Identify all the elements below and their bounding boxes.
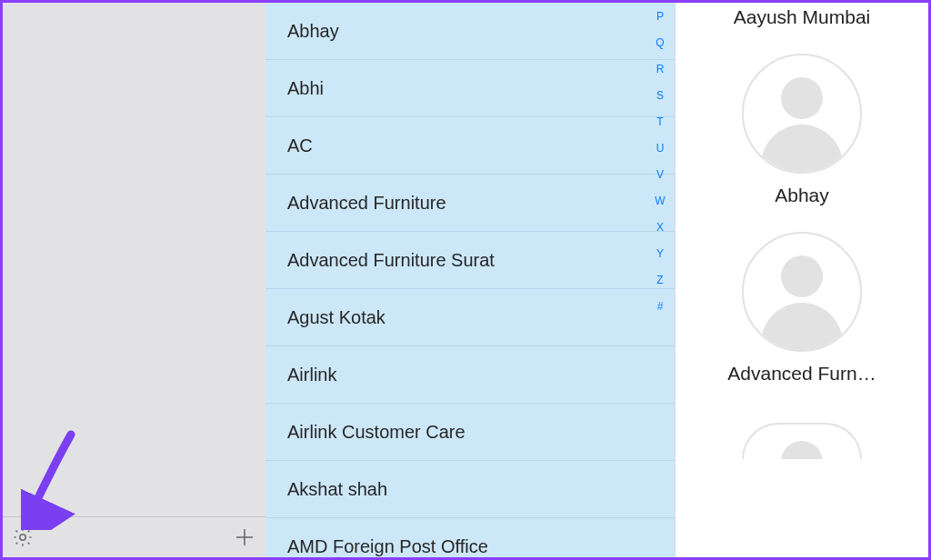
avatar — [742, 423, 862, 459]
contact-name: Advanced Furniture — [287, 193, 446, 214]
contact-row[interactable]: Advanced Furniture Surat — [265, 232, 675, 289]
index-letter[interactable]: S — [656, 82, 664, 108]
annotation-arrow — [21, 430, 94, 530]
contact-name: Abhi — [287, 78, 324, 99]
index-letter[interactable]: Z — [656, 266, 663, 293]
contact-row[interactable]: Airlink Customer Care — [265, 404, 675, 461]
sidebar-toolbar — [3, 516, 265, 557]
index-letter[interactable]: P — [656, 3, 664, 29]
sidebar — [3, 3, 265, 557]
index-letter[interactable]: V — [656, 161, 664, 187]
contact-row[interactable]: Abhay — [265, 3, 675, 60]
gear-icon[interactable] — [12, 526, 34, 548]
contact-card[interactable]: Abhay — [676, 54, 928, 232]
index-letter[interactable]: T — [656, 108, 663, 135]
contact-card[interactable]: Advanced Furn… — [676, 232, 928, 410]
contacts-panel: Abhay Abhi AC Advanced Furniture Advance… — [265, 3, 676, 557]
contact-name: Airlink Customer Care — [287, 422, 466, 443]
avatar — [742, 232, 862, 352]
contact-name: Airlink — [287, 365, 336, 385]
index-letter[interactable]: Y — [656, 240, 664, 266]
cards-panel: Aayush Mumbai Abhay Advanced Furn… — [676, 3, 928, 557]
contact-row[interactable]: AC — [265, 117, 675, 175]
index-letter[interactable]: # — [657, 293, 664, 319]
contact-row[interactable]: Akshat shah — [265, 461, 675, 518]
contact-name: AMD Foreign Post Office — [287, 536, 488, 557]
contact-row[interactable]: Advanced Furniture — [265, 175, 675, 232]
svg-point-0 — [20, 535, 25, 540]
index-letter[interactable]: Q — [656, 29, 664, 55]
contacts-list[interactable]: Abhay Abhi AC Advanced Furniture Advance… — [265, 3, 675, 557]
index-letter[interactable]: W — [655, 187, 665, 214]
contact-row[interactable]: Abhi — [265, 60, 675, 117]
cards-scroll[interactable]: Aayush Mumbai Abhay Advanced Furn… — [676, 3, 928, 459]
card-name: Aayush Mumbai — [734, 6, 871, 28]
contact-row[interactable]: AMD Foreign Post Office — [265, 518, 675, 557]
contact-name: AC — [287, 135, 313, 156]
card-name: Abhay — [775, 185, 829, 206]
app-window: Abhay Abhi AC Advanced Furniture Advance… — [0, 0, 931, 560]
plus-icon[interactable] — [233, 525, 256, 549]
contact-name: Advanced Furniture Surat — [287, 250, 495, 271]
index-letter[interactable]: R — [656, 55, 665, 82]
contact-name: Akshat shah — [287, 479, 387, 500]
contact-row[interactable]: Agust Kotak — [265, 289, 675, 346]
contact-card[interactable]: Aayush Mumbai — [676, 3, 928, 54]
contact-name: Abhay — [287, 21, 339, 42]
card-name: Advanced Furn… — [727, 363, 876, 385]
alpha-index[interactable]: P Q R S T U V W X Y Z # — [649, 3, 671, 319]
contact-card[interactable] — [676, 410, 928, 459]
contact-row[interactable]: Airlink — [265, 346, 675, 404]
index-letter[interactable]: X — [656, 214, 664, 240]
avatar — [742, 54, 862, 174]
contact-name: Agust Kotak — [287, 307, 385, 328]
index-letter[interactable]: U — [656, 135, 665, 161]
